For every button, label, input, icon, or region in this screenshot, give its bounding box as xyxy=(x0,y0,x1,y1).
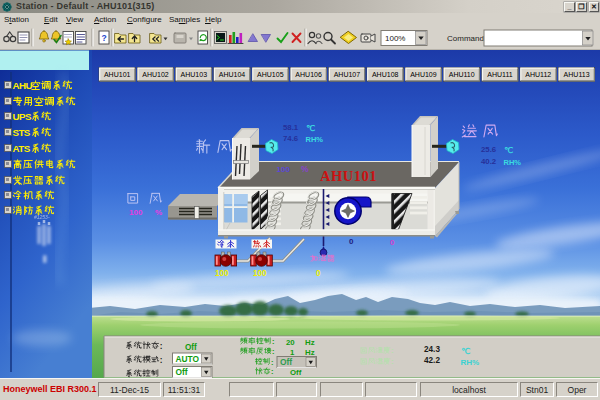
svg-text:AHU111: AHU111 xyxy=(487,71,513,78)
svg-text:#1253-: #1253- xyxy=(34,214,50,220)
svg-text:100: 100 xyxy=(253,269,267,278)
svg-text:58.1: 58.1 xyxy=(283,123,299,132)
svg-text:0: 0 xyxy=(349,237,354,246)
svg-text:RH%: RH% xyxy=(461,358,480,367)
svg-text:0: 0 xyxy=(316,269,321,278)
svg-text:1: 1 xyxy=(290,348,295,357)
svg-text::: : xyxy=(160,356,163,365)
svg-text:AHU: AHU xyxy=(13,80,33,91)
svg-text:Off: Off xyxy=(185,343,197,352)
svg-text:42.2: 42.2 xyxy=(424,356,440,365)
svg-text:100%: 100% xyxy=(385,34,405,43)
svg-text::: : xyxy=(391,357,393,366)
svg-text::: : xyxy=(160,342,163,351)
svg-text:AUTO: AUTO xyxy=(176,354,200,364)
svg-text::: : xyxy=(391,346,393,355)
svg-text:℃: ℃ xyxy=(504,146,513,155)
svg-text:%: % xyxy=(155,208,162,217)
svg-text:Off: Off xyxy=(280,357,292,367)
svg-text:STS: STS xyxy=(13,127,31,138)
svg-text:Off: Off xyxy=(290,368,302,377)
svg-text:AHU108: AHU108 xyxy=(372,71,399,78)
svg-text:AHU109: AHU109 xyxy=(410,71,437,78)
svg-text:AHU101: AHU101 xyxy=(320,168,377,184)
svg-text::: : xyxy=(272,337,275,346)
svg-text:?: ? xyxy=(102,33,107,43)
svg-text:Command: Command xyxy=(447,34,484,43)
svg-text:AHU104: AHU104 xyxy=(219,71,246,78)
svg-text:100: 100 xyxy=(215,269,229,278)
svg-text:℃: ℃ xyxy=(306,124,315,133)
svg-text:AHU107: AHU107 xyxy=(334,71,361,78)
svg-text:ATS: ATS xyxy=(13,143,31,154)
svg-text:Off: Off xyxy=(176,367,188,377)
svg-text:25.6: 25.6 xyxy=(481,145,497,154)
svg-text:100: 100 xyxy=(129,208,143,217)
svg-text:AHU113: AHU113 xyxy=(564,71,590,78)
svg-text::: : xyxy=(271,358,274,367)
svg-text:24.3: 24.3 xyxy=(424,345,440,354)
svg-text:0: 0 xyxy=(390,238,395,247)
svg-text:RH%: RH% xyxy=(504,158,522,167)
svg-text:74.6: 74.6 xyxy=(283,134,299,143)
svg-text:20: 20 xyxy=(286,338,295,347)
svg-text:Hz: Hz xyxy=(305,348,315,357)
svg-text:AHU103: AHU103 xyxy=(181,71,208,78)
svg-text:℃: ℃ xyxy=(461,347,471,356)
svg-text:40.2: 40.2 xyxy=(481,157,497,166)
svg-text:AHU101: AHU101 xyxy=(104,71,131,78)
svg-text:AHU112: AHU112 xyxy=(525,71,551,78)
svg-text:RH%: RH% xyxy=(306,135,324,144)
svg-text:Hz: Hz xyxy=(305,338,315,347)
svg-text:AHU102: AHU102 xyxy=(142,71,169,78)
svg-text::: : xyxy=(271,367,274,376)
svg-text:AHU105: AHU105 xyxy=(257,71,284,78)
svg-text:UPS: UPS xyxy=(13,111,32,122)
svg-text::: : xyxy=(272,347,275,356)
svg-text:AHU110: AHU110 xyxy=(449,71,475,78)
svg-text:%: % xyxy=(301,164,309,174)
svg-text:100: 100 xyxy=(277,165,291,174)
svg-text:AHU106: AHU106 xyxy=(295,71,322,78)
